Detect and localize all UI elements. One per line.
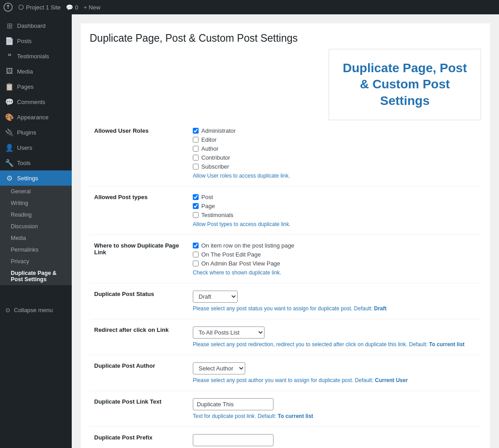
menu-item-dashboard[interactable]: ⊞ Dashboard <box>0 18 72 33</box>
redirect-after-select[interactable]: To All Posts List To Current Post To Edi… <box>193 326 265 339</box>
menu-item-pages[interactable]: 📋 Pages <box>0 79 72 94</box>
field-post-status: Draft Published Pending Private Please s… <box>188 283 481 319</box>
settings-icon: ⚙ <box>5 174 13 182</box>
checkbox-label-administrator[interactable]: Administrator <box>193 127 477 134</box>
label-post-status: Duplicate Post Status <box>90 283 188 319</box>
post-status-select[interactable]: Draft Published Pending Private <box>193 291 238 303</box>
appearance-icon: 🎨 <box>5 113 13 121</box>
checkbox-post[interactable] <box>193 194 199 200</box>
menu-label-plugins: Plugins <box>17 129 36 136</box>
row-post-prefix: Duplicate Post Prefix Add a prefix to du… <box>90 427 481 448</box>
label-redirect-after: Redirect after click on Link <box>90 319 188 355</box>
checkbox-subscriber[interactable] <box>193 164 199 170</box>
users-icon: 👤 <box>5 144 13 152</box>
field-allowed-post-types: Post Page Testimonials Allow Post types … <box>188 187 481 235</box>
post-prefix-input[interactable] <box>193 434 273 446</box>
submenu-item-discussion[interactable]: Discussion <box>0 221 72 232</box>
comments-count: 0 <box>75 4 78 11</box>
info-box: Duplicate Page, Post & Custom Post Setti… <box>329 49 481 120</box>
admin-bar: Project 1 Site 💬 0 + New <box>0 0 499 14</box>
tools-icon: 🔧 <box>5 159 13 167</box>
field-show-duplicate-link: On item row on the post listing page On … <box>188 235 481 283</box>
menu-item-comments[interactable]: 💬 Comments <box>0 94 72 109</box>
checkbox-label-admin-bar[interactable]: On Admin Bar Post View Page <box>193 260 477 267</box>
submenu-item-reading[interactable]: Reading <box>0 209 72 221</box>
checkbox-author[interactable] <box>193 146 199 152</box>
menu-item-testimonials[interactable]: ❝ Testimonials <box>0 48 72 64</box>
checkbox-label-post-edit[interactable]: On The Post Edit Page <box>193 251 477 258</box>
desc-post-status: Please select any post status you want t… <box>193 305 477 312</box>
testimonials-icon: ❝ <box>5 52 13 60</box>
comments-menu-icon: 💬 <box>5 98 13 106</box>
menu-item-posts[interactable]: 📄 Posts <box>0 33 72 48</box>
submenu-item-permalinks[interactable]: Permalinks <box>0 244 72 256</box>
post-author-select[interactable]: Select Author <box>193 362 245 374</box>
desc-allowed-user-roles: Allow User roles to access duplicate lin… <box>193 173 477 179</box>
post-link-text-input[interactable] <box>193 398 273 410</box>
checkbox-label-post[interactable]: Post <box>193 194 477 200</box>
checkbox-editor[interactable] <box>193 137 199 143</box>
menu-label-dashboard: Dashboard <box>17 22 46 29</box>
active-indicator <box>70 170 72 186</box>
collapse-label: Collapse menu <box>14 307 53 313</box>
checkbox-label-contributor[interactable]: Contributor <box>193 154 477 161</box>
menu-label-comments: Comments <box>17 99 45 105</box>
menu-item-tools[interactable]: 🔧 Tools <box>0 155 72 170</box>
submenu-item-privacy[interactable]: Privacy <box>0 256 72 267</box>
menu-label-media: Media <box>17 68 33 75</box>
comments-bar[interactable]: 💬 0 <box>66 4 78 11</box>
checkbox-administrator[interactable] <box>193 128 199 134</box>
menu-label-pages: Pages <box>17 83 34 90</box>
checkbox-label-item-row[interactable]: On item row on the post listing page <box>193 242 477 249</box>
menu-label-posts: Posts <box>17 38 32 44</box>
menu-label-settings: Settings <box>17 175 38 182</box>
checkbox-item-row[interactable] <box>193 243 199 248</box>
posts-icon: 📄 <box>5 37 13 45</box>
submenu-item-general[interactable]: General <box>0 186 72 197</box>
desc-post-author: Please select any post author you want t… <box>193 377 477 383</box>
checkbox-label-testimonials[interactable]: Testimonials <box>193 212 477 218</box>
submenu-item-media[interactable]: Media <box>0 232 72 244</box>
menu-item-media[interactable]: 🖼 Media <box>0 64 72 79</box>
site-name-text: Project 1 Site <box>26 4 61 11</box>
checkbox-label-subscriber[interactable]: Subscriber <box>193 163 477 170</box>
menu-item-plugins[interactable]: 🔌 Plugins <box>0 125 72 140</box>
dashboard-icon: ⊞ <box>5 22 13 30</box>
wp-logo-icon[interactable] <box>4 3 13 12</box>
checkbox-label-author[interactable]: Author <box>193 145 477 152</box>
label-post-link-text: Duplicate Post Link Text <box>90 391 188 427</box>
new-bar[interactable]: + New <box>84 4 100 11</box>
checkbox-page[interactable] <box>193 203 199 209</box>
site-name-bar[interactable]: Project 1 Site <box>18 4 61 11</box>
checkbox-label-page[interactable]: Page <box>193 203 477 209</box>
settings-submenu: General Writing Reading Discussion Media… <box>0 186 72 285</box>
submenu-item-writing[interactable]: Writing <box>0 197 72 209</box>
row-show-duplicate-link: Where to show Duplicate Page Link On ite… <box>90 235 481 283</box>
checkbox-post-edit[interactable] <box>193 252 199 257</box>
desc-redirect-after: Please select any post redirection, redi… <box>193 341 477 348</box>
menu-item-users[interactable]: 👤 Users <box>0 140 72 155</box>
field-allowed-user-roles: Administrator Editor Author Contrib <box>188 120 481 187</box>
menu-label-appearance: Appearance <box>17 114 48 121</box>
checkbox-label-editor[interactable]: Editor <box>193 136 477 143</box>
checkbox-admin-bar[interactable] <box>193 261 199 266</box>
info-box-title: Duplicate Page, Post & Custom Post Setti… <box>343 60 467 109</box>
collapse-menu-button[interactable]: ⊙ Collapse menu <box>0 303 72 317</box>
checkbox-contributor[interactable] <box>193 155 199 161</box>
label-post-prefix: Duplicate Post Prefix <box>90 427 188 448</box>
row-post-author: Duplicate Post Author Select Author Plea… <box>90 355 481 391</box>
settings-table: Allowed User Roles Administrator Editor <box>90 120 481 448</box>
row-allowed-post-types: Allowed Post types Post Page <box>90 187 481 235</box>
field-post-prefix: Add a prefix to duplicate or clone post … <box>188 427 481 448</box>
label-allowed-post-types: Allowed Post types <box>90 187 188 235</box>
row-redirect-after: Redirect after click on Link To All Post… <box>90 319 481 355</box>
menu-label-users: Users <box>17 144 32 151</box>
row-post-link-text: Duplicate Post Link Text Text for duplic… <box>90 391 481 427</box>
settings-form-wrap: Duplicate Page, Post & Custom Post Setti… <box>81 23 490 448</box>
submenu-item-duplicate-page[interactable]: Duplicate Page & Post Settings <box>0 267 72 285</box>
menu-item-appearance[interactable]: 🎨 Appearance <box>0 109 72 125</box>
menu-item-settings[interactable]: ⚙ Settings <box>0 170 72 186</box>
page-title: Duplicate Page, Post & Custom Post Setti… <box>90 32 481 44</box>
checkbox-testimonials[interactable] <box>193 212 199 218</box>
menu-label-tools: Tools <box>17 160 30 166</box>
